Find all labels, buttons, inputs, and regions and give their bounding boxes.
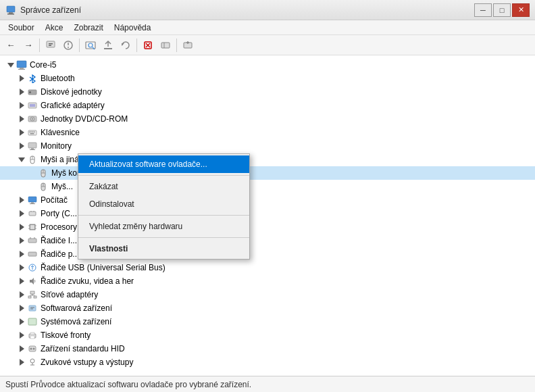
svg-rect-22 [17,61,26,68]
window-title: Správce zařízení [20,5,81,15]
tree-printers[interactable]: Tiskové fronty [0,328,535,342]
tree-system[interactable]: Systémová zařízení [0,315,535,328]
ctx-update[interactable]: Aktualizovat software ovladače... [78,155,249,173]
tree-usb[interactable]: Řadiče USB (Universal Serial Bus) [0,261,535,274]
menu-help[interactable]: Nápověda [109,22,157,34]
svg-rect-5 [49,45,51,46]
gpu-label: Grafické adaptéry [41,101,105,110]
expand-sound[interactable] [16,357,27,368]
close-button[interactable]: ✕ [512,3,530,17]
toolbar: ← → [0,35,535,55]
expand-ports[interactable] [16,208,27,219]
hid-label: Zařízení standardu HID [41,344,125,353]
monitor-icon [27,141,38,151]
back-button[interactable]: ← [3,37,19,53]
svg-rect-49 [29,212,36,216]
driver-button[interactable] [157,37,174,53]
expand-dvd[interactable] [16,114,27,124]
tree-disk[interactable]: Diskové jednotky [0,85,535,99]
tree-software[interactable]: Softwarová zařízení [0,301,535,315]
tree-keyboard[interactable]: Klávesnice [0,126,535,139]
expand-audio[interactable] [16,276,27,287]
tree-network[interactable]: Síťové adaptéry [0,288,535,301]
add-hardware-button[interactable] [180,37,196,53]
tree-gpu[interactable]: Grafické adaptéry [0,99,535,112]
gpu-icon [27,100,38,111]
ctx-scan[interactable]: Vyhledat změny hardwaru [78,218,249,235]
forward-button[interactable]: → [20,37,36,53]
expand-monitor[interactable] [16,141,27,151]
svg-rect-48 [30,203,35,204]
expand-keyboard[interactable] [16,127,27,138]
expand-usb[interactable] [16,262,27,273]
svg-rect-0 [7,6,15,12]
sound-label: Zvukové vstupy a výstupy [41,358,133,367]
expand-hid[interactable] [16,343,27,354]
computer-label: Počítač [41,195,68,205]
tree-bluetooth[interactable]: Bluetooth [0,72,535,85]
svg-rect-72 [28,318,36,325]
properties-button[interactable] [43,37,59,53]
ports-icon [27,208,38,219]
tree-dvd[interactable]: Jednotky DVD/CD-ROM [0,112,535,126]
app-icon [5,5,16,16]
proc-label: Procesory [41,222,77,232]
tree-audio[interactable]: Řadiče zvuku, videa a her [0,274,535,288]
svg-rect-74 [30,333,34,335]
ridice2-icon [27,249,38,260]
ctx-properties[interactable]: Vlastnosti [78,240,249,258]
title-bar-left: Správce zařízení [5,5,81,16]
expand-disk[interactable] [16,87,27,97]
update-button[interactable] [100,37,116,53]
tree-sound[interactable]: Zvukové vstupy a výstupy [0,356,535,369]
expand-computer[interactable] [16,195,27,205]
expand-network[interactable] [16,289,27,300]
ridice2-label: Řadiče p... [41,249,79,259]
sound-icon [27,357,38,368]
svg-rect-28 [30,104,35,107]
expand-software[interactable] [16,303,27,314]
main-content: Core-i5 Bluetooth Diskové jednotky Grafi… [0,55,535,376]
menu-file[interactable]: Soubor [3,22,40,34]
maximize-button[interactable]: □ [493,3,511,17]
tree-root[interactable]: Core-i5 [0,58,535,72]
disk-label: Diskové jednotky [41,87,102,97]
expand-bluetooth[interactable] [16,73,27,84]
ports-label: Porty (C... [41,209,77,218]
minimize-button[interactable]: ─ [474,3,492,17]
ctx-disable[interactable]: Zakázat [78,178,249,195]
ctx-uninstall[interactable]: Odinstalovat [78,195,249,213]
menu-action[interactable]: Akce [40,22,69,34]
expand-gpu[interactable] [16,100,27,111]
status-text: Spustí Průvodce aktualizací softwaru ovl… [5,380,251,389]
menu-view[interactable]: Zobrazit [68,22,108,34]
expand-root[interactable] [5,59,16,70]
expand-mouse-group[interactable] [16,154,27,165]
scan-button[interactable] [82,37,99,53]
expand-system[interactable] [16,316,27,327]
tree-monitor[interactable]: Monitory [0,139,535,153]
svg-point-78 [33,348,35,350]
expand-ridice2[interactable] [16,249,27,260]
rollback-button[interactable] [118,37,134,53]
mouse-group-icon [27,154,38,165]
hid-icon [27,343,38,354]
svg-point-31 [32,118,33,120]
toolbar-btn-2[interactable] [60,37,76,53]
svg-rect-17 [161,43,170,48]
expand-ridice1[interactable] [16,235,27,246]
window-controls: ─ □ ✕ [474,3,530,17]
expand-printers[interactable] [16,330,27,341]
tree-hid[interactable]: Zařízení standardu HID [0,342,535,356]
uninstall-button[interactable] [140,37,156,53]
svg-rect-2 [7,14,14,15]
status-bar: Spustí Průvodce aktualizací softwaru ovl… [0,376,535,392]
usb-label: Řadiče USB (Universal Serial Bus) [41,263,165,272]
svg-point-79 [30,359,34,363]
network-label: Síťové adaptéry [41,290,98,299]
svg-rect-58 [28,239,36,243]
expand-proc[interactable] [16,222,27,232]
mouse2-icon [38,181,49,192]
computer-tree-icon [27,195,38,205]
mouse2-label: Myš... [51,182,73,191]
